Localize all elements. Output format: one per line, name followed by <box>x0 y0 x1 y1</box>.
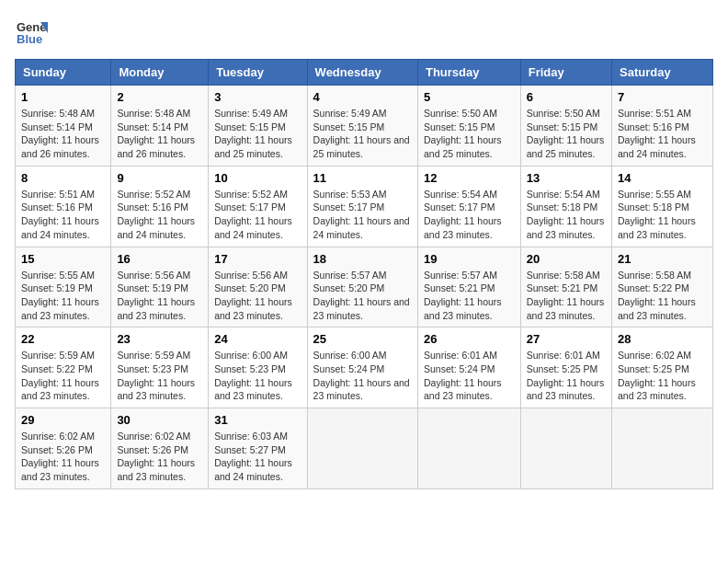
day-detail: Sunrise: 6:01 AMSunset: 5:24 PMDaylight:… <box>424 350 502 401</box>
day-detail: Sunrise: 5:56 AMSunset: 5:19 PMDaylight:… <box>117 270 195 321</box>
day-detail: Sunrise: 5:50 AMSunset: 5:15 PMDaylight:… <box>424 108 502 159</box>
calendar-cell: 27 Sunrise: 6:01 AMSunset: 5:25 PMDaylig… <box>520 327 611 408</box>
calendar-table: SundayMondayTuesdayWednesdayThursdayFrid… <box>15 59 713 489</box>
day-detail: Sunrise: 5:57 AMSunset: 5:21 PMDaylight:… <box>424 270 502 321</box>
day-detail: Sunrise: 5:55 AMSunset: 5:18 PMDaylight:… <box>618 189 696 240</box>
day-detail: Sunrise: 6:02 AMSunset: 5:26 PMDaylight:… <box>21 431 99 482</box>
calendar-cell: 13 Sunrise: 5:54 AMSunset: 5:18 PMDaylig… <box>520 166 611 247</box>
calendar-cell: 23 Sunrise: 5:59 AMSunset: 5:23 PMDaylig… <box>111 327 209 408</box>
day-detail: Sunrise: 5:54 AMSunset: 5:18 PMDaylight:… <box>527 189 605 240</box>
col-header-saturday: Saturday <box>612 60 713 86</box>
day-number: 15 <box>21 252 105 266</box>
logo: General Blue <box>15 15 51 48</box>
day-detail: Sunrise: 5:58 AMSunset: 5:22 PMDaylight:… <box>618 270 696 321</box>
day-number: 21 <box>618 252 707 266</box>
day-detail: Sunrise: 6:02 AMSunset: 5:26 PMDaylight:… <box>117 431 195 482</box>
calendar-cell: 9 Sunrise: 5:52 AMSunset: 5:16 PMDayligh… <box>111 166 209 247</box>
calendar-week-row: 8 Sunrise: 5:51 AMSunset: 5:16 PMDayligh… <box>16 166 713 247</box>
calendar-cell: 22 Sunrise: 5:59 AMSunset: 5:22 PMDaylig… <box>16 327 111 408</box>
calendar-cell: 2 Sunrise: 5:48 AMSunset: 5:14 PMDayligh… <box>111 86 209 167</box>
calendar-week-row: 29 Sunrise: 6:02 AMSunset: 5:26 PMDaylig… <box>16 408 713 489</box>
calendar-cell: 30 Sunrise: 6:02 AMSunset: 5:26 PMDaylig… <box>111 408 209 489</box>
day-detail: Sunrise: 6:00 AMSunset: 5:23 PMDaylight:… <box>214 350 292 401</box>
day-detail: Sunrise: 5:52 AMSunset: 5:16 PMDaylight:… <box>117 189 195 240</box>
calendar-week-row: 15 Sunrise: 5:55 AMSunset: 5:19 PMDaylig… <box>16 247 713 327</box>
day-number: 11 <box>313 171 412 185</box>
calendar-cell: 12 Sunrise: 5:54 AMSunset: 5:17 PMDaylig… <box>417 166 520 247</box>
calendar-cell: 28 Sunrise: 6:02 AMSunset: 5:25 PMDaylig… <box>612 327 713 408</box>
calendar-cell <box>612 408 713 489</box>
day-detail: Sunrise: 5:49 AMSunset: 5:15 PMDaylight:… <box>313 108 410 159</box>
calendar-week-row: 22 Sunrise: 5:59 AMSunset: 5:22 PMDaylig… <box>16 327 713 408</box>
calendar-cell <box>417 408 520 489</box>
calendar-cell: 6 Sunrise: 5:50 AMSunset: 5:15 PMDayligh… <box>520 86 611 167</box>
day-number: 22 <box>21 332 105 346</box>
day-number: 28 <box>618 332 707 346</box>
day-detail: Sunrise: 5:49 AMSunset: 5:15 PMDaylight:… <box>214 108 292 159</box>
logo-icon: General Blue <box>15 15 48 48</box>
day-number: 7 <box>618 90 707 104</box>
day-detail: Sunrise: 6:00 AMSunset: 5:24 PMDaylight:… <box>313 350 410 401</box>
day-detail: Sunrise: 5:58 AMSunset: 5:21 PMDaylight:… <box>527 270 605 321</box>
day-number: 9 <box>117 171 202 185</box>
day-detail: Sunrise: 6:03 AMSunset: 5:27 PMDaylight:… <box>214 431 292 482</box>
day-detail: Sunrise: 5:50 AMSunset: 5:15 PMDaylight:… <box>527 108 605 159</box>
day-detail: Sunrise: 5:48 AMSunset: 5:14 PMDaylight:… <box>117 108 195 159</box>
calendar-cell: 14 Sunrise: 5:55 AMSunset: 5:18 PMDaylig… <box>612 166 713 247</box>
calendar-cell: 7 Sunrise: 5:51 AMSunset: 5:16 PMDayligh… <box>612 86 713 167</box>
day-detail: Sunrise: 5:51 AMSunset: 5:16 PMDaylight:… <box>618 108 696 159</box>
calendar-cell: 4 Sunrise: 5:49 AMSunset: 5:15 PMDayligh… <box>307 86 417 167</box>
day-number: 20 <box>527 252 606 266</box>
day-number: 10 <box>214 171 301 185</box>
day-number: 30 <box>117 413 202 427</box>
calendar-cell: 3 Sunrise: 5:49 AMSunset: 5:15 PMDayligh… <box>209 86 307 167</box>
day-detail: Sunrise: 5:54 AMSunset: 5:17 PMDaylight:… <box>424 189 502 240</box>
day-number: 23 <box>117 332 202 346</box>
calendar-cell: 5 Sunrise: 5:50 AMSunset: 5:15 PMDayligh… <box>417 86 520 167</box>
day-number: 3 <box>214 90 301 104</box>
day-number: 26 <box>424 332 515 346</box>
calendar-cell: 25 Sunrise: 6:00 AMSunset: 5:24 PMDaylig… <box>307 327 417 408</box>
calendar-cell: 16 Sunrise: 5:56 AMSunset: 5:19 PMDaylig… <box>111 247 209 327</box>
calendar-cell: 10 Sunrise: 5:52 AMSunset: 5:17 PMDaylig… <box>209 166 307 247</box>
day-number: 16 <box>117 252 202 266</box>
day-number: 14 <box>618 171 707 185</box>
header: General Blue <box>15 15 713 48</box>
day-number: 2 <box>117 90 202 104</box>
svg-text:Blue: Blue <box>17 32 42 46</box>
day-number: 5 <box>424 90 515 104</box>
day-number: 29 <box>21 413 105 427</box>
calendar-cell: 21 Sunrise: 5:58 AMSunset: 5:22 PMDaylig… <box>612 247 713 327</box>
day-detail: Sunrise: 5:57 AMSunset: 5:20 PMDaylight:… <box>313 270 410 321</box>
day-number: 24 <box>214 332 301 346</box>
calendar-cell: 20 Sunrise: 5:58 AMSunset: 5:21 PMDaylig… <box>520 247 611 327</box>
calendar-cell: 15 Sunrise: 5:55 AMSunset: 5:19 PMDaylig… <box>16 247 111 327</box>
day-number: 13 <box>527 171 606 185</box>
day-detail: Sunrise: 5:48 AMSunset: 5:14 PMDaylight:… <box>21 108 99 159</box>
calendar-cell: 19 Sunrise: 5:57 AMSunset: 5:21 PMDaylig… <box>417 247 520 327</box>
day-detail: Sunrise: 6:01 AMSunset: 5:25 PMDaylight:… <box>527 350 605 401</box>
col-header-wednesday: Wednesday <box>307 60 417 86</box>
day-number: 19 <box>424 252 515 266</box>
calendar-cell: 24 Sunrise: 6:00 AMSunset: 5:23 PMDaylig… <box>209 327 307 408</box>
day-detail: Sunrise: 5:53 AMSunset: 5:17 PMDaylight:… <box>313 189 410 240</box>
day-number: 12 <box>424 171 515 185</box>
calendar-cell <box>307 408 417 489</box>
calendar-cell: 1 Sunrise: 5:48 AMSunset: 5:14 PMDayligh… <box>16 86 111 167</box>
day-detail: Sunrise: 5:51 AMSunset: 5:16 PMDaylight:… <box>21 189 99 240</box>
day-number: 8 <box>21 171 105 185</box>
calendar-cell: 8 Sunrise: 5:51 AMSunset: 5:16 PMDayligh… <box>16 166 111 247</box>
day-number: 1 <box>21 90 105 104</box>
col-header-friday: Friday <box>520 60 611 86</box>
calendar-cell: 26 Sunrise: 6:01 AMSunset: 5:24 PMDaylig… <box>417 327 520 408</box>
day-detail: Sunrise: 5:56 AMSunset: 5:20 PMDaylight:… <box>214 270 292 321</box>
col-header-sunday: Sunday <box>16 60 111 86</box>
calendar-cell: 18 Sunrise: 5:57 AMSunset: 5:20 PMDaylig… <box>307 247 417 327</box>
day-number: 27 <box>527 332 606 346</box>
day-detail: Sunrise: 5:55 AMSunset: 5:19 PMDaylight:… <box>21 270 99 321</box>
calendar-header-row: SundayMondayTuesdayWednesdayThursdayFrid… <box>16 60 713 86</box>
day-detail: Sunrise: 6:02 AMSunset: 5:25 PMDaylight:… <box>618 350 696 401</box>
day-number: 31 <box>214 413 301 427</box>
day-number: 4 <box>313 90 412 104</box>
day-number: 17 <box>214 252 301 266</box>
